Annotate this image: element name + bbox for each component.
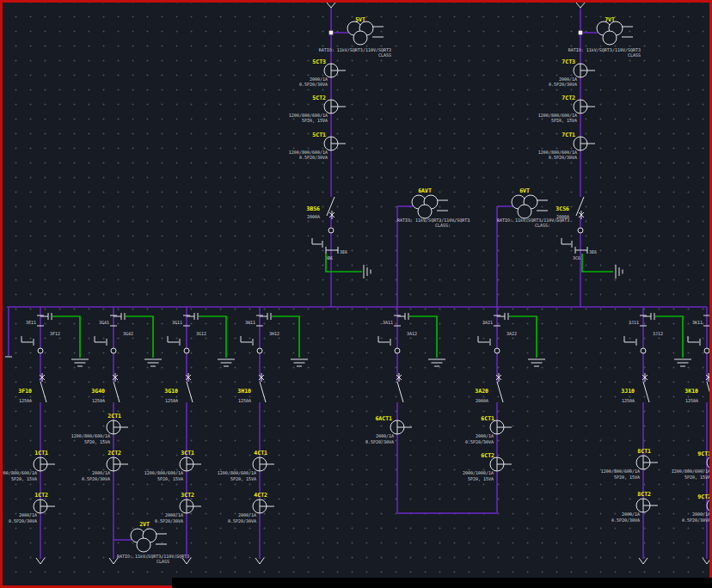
- ct-7ct2-label: 7CT2: [562, 95, 575, 101]
- incomer-right[interactable]: 7VT RATIO: 11kV/SQRT3/110V/SQRT3 CLASS 7…: [538, 3, 641, 307]
- breaker-contact[interactable]: [257, 348, 262, 353]
- vt-5vt-label: 5VT: [355, 16, 365, 23]
- feeder-amps: 1250A: [685, 398, 698, 403]
- disconnector-blade[interactable]: [40, 382, 46, 402]
- breaker-contact[interactable]: [328, 228, 334, 233]
- ct-1ct2-rating1: 2000/1A: [19, 512, 37, 518]
- ct-1ct2-label: 1CT2: [34, 492, 48, 499]
- earth-switch-left[interactable]: [312, 238, 338, 254]
- feeder-3g10[interactable]: 3G11 3G12 3G10 1250A 3CT1 1200/800/600/1…: [144, 307, 235, 564]
- ct-9ct1-label: 9CT1: [697, 450, 711, 457]
- ct-6ct2-rating1: 2000/1000/1A: [463, 470, 494, 475]
- disconnector-3bs6[interactable]: [327, 197, 335, 219]
- vt-6vt-label: 6VT: [519, 187, 530, 194]
- bus-section-left-leg[interactable]: 3A11 3A12 6ACT1 2000/1A 0.5P20/30VA: [365, 307, 497, 513]
- ct-symbol-7ct2[interactable]: [574, 100, 595, 113]
- ct-symbol-9ct1[interactable]: [707, 456, 712, 469]
- ct-symbol-5ct2[interactable]: [324, 100, 346, 113]
- disconnector-blade[interactable]: [114, 382, 120, 402]
- ct-symbol-4ct1[interactable]: [253, 457, 274, 471]
- feeder-3j10[interactable]: 3J11 3J12 3J10 1250A 8CT1 1200/800/600/1…: [601, 307, 691, 564]
- ct-symbol-8ct1[interactable]: [636, 456, 658, 469]
- ct-symbol-3ct2[interactable]: [180, 499, 201, 513]
- breaker-contact[interactable]: [395, 348, 400, 353]
- bus-section-right-leg[interactable]: 3A21 3A22 3A20 2000A 6CT1 2000/1A 0.5P20…: [463, 307, 545, 513]
- earth-switch[interactable]: [478, 336, 490, 346]
- ct-3ct2-label: 3CT2: [181, 492, 194, 499]
- earth-switch[interactable]: [95, 336, 107, 346]
- schematic-canvas[interactable]: 5VT RATIO: 11kV/SQRT3/110V/SQRT3 CLASS 5…: [0, 0, 712, 588]
- vt-symbol-6vt[interactable]: [512, 195, 548, 218]
- ct-symbol-4ct2[interactable]: [253, 499, 274, 513]
- ct-symbol-3ct1[interactable]: [180, 457, 201, 471]
- disconnector-blade[interactable]: [260, 382, 266, 402]
- ct-9ct1-rating2: 5P20, 15VA: [684, 475, 710, 480]
- ct-symbol-2ct2[interactable]: [107, 457, 128, 471]
- ct-symbol-9ct2[interactable]: [707, 499, 712, 512]
- ct-1ct1-rating1: 1200/800/600/1A: [0, 470, 37, 475]
- ct-symbol-6ct1[interactable]: [490, 420, 512, 434]
- feeder-3g40[interactable]: 3G41 3G42 3G40 1250A 2CT1 1200/800/600/1…: [71, 307, 189, 564]
- ct-9ct1-rating1: 1200/800/600/1A: [672, 469, 710, 474]
- bus-vt-6avt[interactable]: 6AVT RATIO: 11kV/SQRT3/110V/SQRT3 CLASS:: [397, 187, 470, 307]
- disconnector-3cs6[interactable]: [576, 197, 584, 219]
- breaker-contact[interactable]: [578, 228, 583, 233]
- feeder-3k10[interactable]: 3K11 3K10 1250A 9CT1 1200/800/600/1A 5P2…: [672, 307, 712, 564]
- earth-switch[interactable]: [168, 336, 180, 346]
- feeder-3h10[interactable]: 3H11 3H12 3H10 1250A 4CT1 1200/800/600/1…: [218, 307, 308, 564]
- ct-symbol-6act1[interactable]: [390, 420, 412, 434]
- ct-symbol-1ct2[interactable]: [34, 499, 55, 513]
- ct-8ct2-rating2: 0.5P20/30VA: [611, 518, 640, 523]
- ct-6act1-rating1: 2000/1A: [376, 433, 394, 438]
- disconnector-blade[interactable]: [707, 382, 711, 397]
- ct-symbol-5ct3[interactable]: [324, 64, 346, 77]
- ct-1ct2-rating2: 0.5P20/30VA: [9, 518, 37, 524]
- disconnector-blade[interactable]: [397, 382, 403, 402]
- vt-symbol-7vt[interactable]: [597, 21, 633, 45]
- ct-symbol-7ct3[interactable]: [574, 64, 595, 77]
- ct-symbol-6ct2[interactable]: [490, 457, 512, 471]
- cad-canvas[interactable]: { "colors":{"background":"#171b24","fram…: [0, 0, 712, 588]
- feeder-tag2: 3A12: [407, 331, 417, 336]
- ground-symbol: [291, 359, 308, 366]
- breaker-contact[interactable]: [111, 348, 116, 353]
- breaker-contact[interactable]: [641, 348, 646, 353]
- ct-1ct1-label: 1CT1: [34, 450, 48, 456]
- vt-symbol-6avt[interactable]: [412, 195, 448, 218]
- earth-switch[interactable]: [624, 336, 636, 346]
- vt-2vt[interactable]: [114, 529, 167, 552]
- vt-symbol-5vt[interactable]: [347, 21, 384, 45]
- disconnector-blade[interactable]: [643, 382, 649, 402]
- breaker-contact[interactable]: [494, 348, 500, 353]
- earth-switch-right[interactable]: [562, 238, 587, 254]
- feeder-tag2: 3G12: [196, 331, 206, 336]
- earth-switch[interactable]: [378, 336, 390, 346]
- ct-symbol-5ct1[interactable]: [324, 137, 346, 150]
- ct-7ct1-rating2: 0.5P20/30VA: [549, 155, 577, 160]
- source-arrow: [327, 3, 335, 8]
- breaker-contact[interactable]: [38, 348, 43, 353]
- disconnector-blade[interactable]: [187, 382, 193, 402]
- feeder-arrow: [182, 558, 191, 564]
- ct-4ct1-rating1: 1200/800/600/1A: [218, 470, 256, 475]
- feeder-tag2: 3J12: [653, 331, 663, 336]
- feeder-tag1: 3K11: [692, 320, 703, 325]
- earth-switch-tag2: 3E6: [589, 249, 597, 254]
- vt-2vt-label: 2VT: [139, 521, 150, 528]
- breaker-contact[interactable]: [184, 348, 189, 353]
- ct-symbol-7ct1[interactable]: [574, 137, 595, 150]
- earth-switch[interactable]: [688, 336, 700, 346]
- feeder-arrow: [109, 558, 118, 564]
- bus-bar[interactable]: [5, 307, 707, 357]
- ground-symbol: [364, 265, 371, 279]
- ct-symbol-2ct1[interactable]: [107, 420, 128, 434]
- vt-2vt-class: CLASS: [157, 559, 169, 564]
- breaker-contact[interactable]: [704, 348, 709, 353]
- ct-symbol-1ct1[interactable]: [34, 457, 55, 471]
- incomer-left[interactable]: 5VT RATIO: 11kV/SQRT3/110V/SQRT3 CLASS 5…: [289, 3, 391, 307]
- earth-switch[interactable]: [21, 336, 34, 346]
- earth-switch[interactable]: [241, 336, 253, 346]
- ct-symbol-8ct2[interactable]: [636, 499, 658, 512]
- ct-7ct2-rating2: 5P20, 15VA: [551, 118, 577, 123]
- disconnector-blade[interactable]: [497, 382, 503, 402]
